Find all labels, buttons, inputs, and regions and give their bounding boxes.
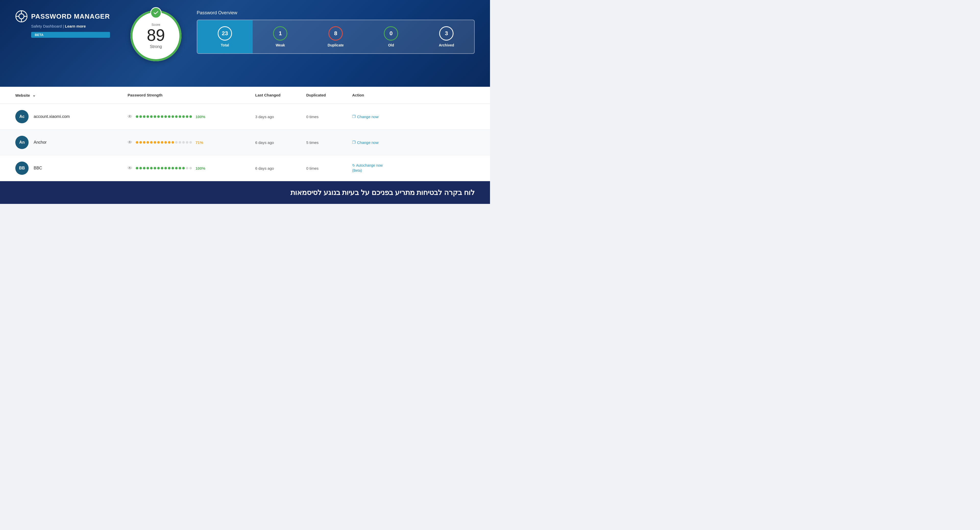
dot bbox=[168, 167, 170, 169]
old-label: Old bbox=[388, 43, 394, 47]
dot bbox=[186, 167, 188, 169]
total-label: Total bbox=[221, 43, 229, 47]
dot bbox=[161, 141, 163, 144]
dot bbox=[143, 141, 145, 144]
col-action: Action bbox=[352, 93, 403, 97]
dots-2 bbox=[136, 141, 192, 144]
duplicate-label: Duplicate bbox=[328, 43, 344, 47]
learn-more-link[interactable]: Learn more bbox=[65, 24, 86, 28]
website-cell-3: BB BBC bbox=[15, 162, 127, 175]
dot bbox=[154, 167, 156, 169]
dots-1 bbox=[136, 115, 192, 118]
dot bbox=[182, 167, 185, 169]
dot bbox=[150, 167, 153, 169]
tab-total[interactable]: 23 Total bbox=[197, 20, 253, 53]
dot bbox=[136, 167, 138, 169]
dot bbox=[179, 141, 181, 144]
dots-3 bbox=[136, 167, 192, 169]
duplicate-count-circle: 8 bbox=[328, 26, 343, 41]
dot bbox=[168, 115, 170, 118]
dot bbox=[157, 141, 160, 144]
dot bbox=[189, 167, 192, 169]
tab-archived[interactable]: 3 Archived bbox=[419, 20, 474, 53]
strength-pct-1: 100% bbox=[196, 115, 205, 119]
dot bbox=[179, 115, 181, 118]
logo-icon bbox=[15, 10, 27, 22]
change-now-button-1[interactable]: ❐ Change now bbox=[352, 114, 403, 119]
external-link-icon-2: ❐ bbox=[352, 140, 355, 145]
autochange-now-button-3[interactable]: ↻ Autochange now(Beta) bbox=[352, 163, 403, 173]
dot bbox=[157, 115, 160, 118]
tab-duplicate[interactable]: 8 Duplicate bbox=[308, 20, 363, 53]
duplicated-1: 0 times bbox=[306, 115, 352, 119]
tab-old[interactable]: 0 Old bbox=[363, 20, 419, 53]
dot bbox=[182, 115, 185, 118]
dot bbox=[139, 115, 142, 118]
overview-area: Password Overview 23 Total 1 Weak 8 bbox=[197, 10, 475, 54]
total-count-circle: 23 bbox=[218, 26, 232, 41]
tab-active-arrow bbox=[220, 53, 230, 54]
dot bbox=[146, 141, 149, 144]
dot bbox=[186, 115, 188, 118]
last-changed-3: 6 days ago bbox=[255, 166, 306, 170]
score-area: Score 89 Strong bbox=[130, 10, 181, 61]
dot bbox=[164, 167, 167, 169]
dot bbox=[189, 141, 192, 144]
score-inner: Score 89 Strong bbox=[147, 23, 165, 49]
website-cell-1: Ac account.xiaomi.com bbox=[15, 110, 127, 123]
dot bbox=[172, 167, 174, 169]
last-changed-2: 6 days ago bbox=[255, 140, 306, 145]
change-now-button-2[interactable]: ❐ Change now bbox=[352, 140, 403, 145]
dot bbox=[168, 141, 170, 144]
sort-icon: ⌄ bbox=[32, 93, 36, 97]
website-cell-2: An Anchor bbox=[15, 136, 127, 149]
dot bbox=[175, 141, 178, 144]
check-badge bbox=[150, 7, 162, 18]
eye-icon-2[interactable]: 👁︎ bbox=[127, 140, 132, 145]
archived-count: 3 bbox=[445, 30, 448, 37]
dot bbox=[164, 115, 167, 118]
site-name-1: account.xiaomi.com bbox=[34, 114, 70, 119]
dot bbox=[136, 141, 138, 144]
strength-cell-1: 👁︎ 100% bbox=[127, 114, 255, 119]
avatar-2: An bbox=[15, 136, 29, 149]
dot bbox=[186, 141, 188, 144]
dot bbox=[146, 167, 149, 169]
dot bbox=[154, 115, 156, 118]
eye-icon-3[interactable]: 👁︎ bbox=[127, 166, 132, 171]
dot bbox=[150, 141, 153, 144]
duplicated-3: 0 times bbox=[306, 166, 352, 170]
svg-point-1 bbox=[19, 14, 24, 19]
table-row: An Anchor 👁︎ bbox=[0, 130, 490, 155]
check-icon bbox=[153, 10, 159, 16]
dot bbox=[146, 115, 149, 118]
weak-count-circle: 1 bbox=[273, 26, 287, 41]
col-website[interactable]: Website ⌄ bbox=[15, 93, 127, 97]
dot bbox=[136, 115, 138, 118]
subtitle-text: Safety Dashboard | bbox=[31, 24, 64, 28]
dot bbox=[154, 141, 156, 144]
avatar-3: BB bbox=[15, 162, 29, 175]
col-password-strength: Password Strength bbox=[127, 93, 255, 97]
dot bbox=[161, 115, 163, 118]
strength-pct-3: 100% bbox=[196, 166, 205, 170]
score-circle: Score 89 Strong bbox=[130, 10, 181, 61]
tab-weak[interactable]: 1 Weak bbox=[253, 20, 308, 53]
dot bbox=[172, 141, 174, 144]
duplicate-count: 8 bbox=[334, 30, 337, 37]
archived-count-circle: 3 bbox=[439, 26, 453, 41]
dot bbox=[164, 141, 167, 144]
footer-text: לוח בקרה לבטיחות מתריע בפניכם על בעיות ב… bbox=[290, 189, 475, 196]
score-strength: Strong bbox=[147, 45, 165, 49]
dot bbox=[139, 141, 142, 144]
strength-pct-2: 71% bbox=[196, 140, 203, 145]
dot bbox=[157, 167, 160, 169]
strength-cell-3: 👁︎ 100% bbox=[127, 166, 255, 171]
eye-icon-1[interactable]: 👁︎ bbox=[127, 114, 132, 119]
overview-tabs: 23 Total 1 Weak 8 Duplicate bbox=[197, 20, 475, 54]
avatar-1: Ac bbox=[15, 110, 29, 123]
strength-cell-2: 👁︎ 71% bbox=[127, 140, 255, 145]
site-name-3: BBC bbox=[34, 166, 42, 170]
dot bbox=[175, 115, 178, 118]
archived-label: Archived bbox=[439, 43, 454, 47]
